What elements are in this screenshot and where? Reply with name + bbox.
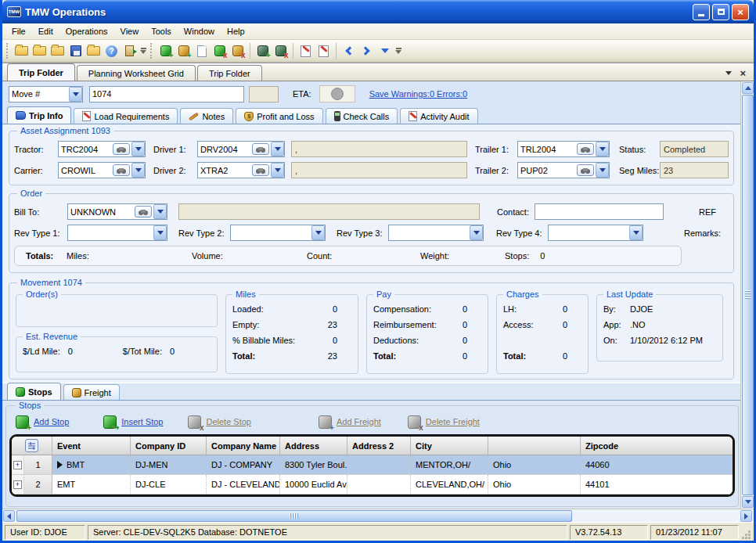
- carrier-lookup-button[interactable]: [113, 164, 130, 176]
- driver1-combo[interactable]: [197, 141, 285, 157]
- move-mode-dropdown-button[interactable]: [69, 87, 82, 102]
- col-header-zipcode[interactable]: Zipcode: [581, 437, 733, 455]
- carrier-combo[interactable]: [58, 162, 146, 178]
- driver2-combo[interactable]: [197, 162, 285, 178]
- col-header-address-2[interactable]: Address 2: [347, 437, 411, 455]
- close-button[interactable]: ×: [732, 4, 749, 20]
- row-expander[interactable]: +: [12, 475, 24, 494]
- rev-type-1-dropdown-button[interactable]: [153, 225, 167, 240]
- carrier-value[interactable]: [59, 166, 113, 175]
- trailer2-lookup-button[interactable]: [577, 164, 594, 176]
- tab-trip-info[interactable]: Trip Info: [7, 106, 71, 124]
- toolbar-overflow-button[interactable]: [139, 42, 148, 60]
- unassign-asset-button[interactable]: x: [272, 42, 290, 60]
- row-expander[interactable]: +: [12, 455, 24, 474]
- tractor-value[interactable]: [59, 145, 113, 154]
- move-number-value[interactable]: [90, 89, 243, 99]
- menu-operations[interactable]: Operations: [59, 25, 114, 38]
- cell-company-name[interactable]: DJ - COMPANY: [207, 455, 280, 474]
- toolbar-overflow-button[interactable]: [394, 42, 403, 60]
- driver1-dropdown-button[interactable]: [271, 142, 284, 156]
- open-trip-button[interactable]: [31, 42, 49, 60]
- insert-stop-link[interactable]: ↪ Insert Stop: [103, 415, 163, 429]
- col-header-company-name[interactable]: Company Name: [207, 437, 280, 455]
- add-stop-link[interactable]: + Add Stop: [16, 415, 69, 429]
- vertical-scrollbar[interactable]: [740, 81, 754, 509]
- cell-company-id[interactable]: DJ-MEN: [131, 455, 207, 474]
- add-document-button[interactable]: [193, 42, 211, 60]
- tab-trip-folder[interactable]: Trip Folder: [7, 63, 75, 81]
- trailer1-dropdown-button[interactable]: [596, 142, 609, 156]
- tractor-dropdown-button[interactable]: [131, 142, 145, 156]
- cell-zipcode[interactable]: 44101: [581, 475, 733, 494]
- cell-zipcode[interactable]: 44060: [581, 455, 733, 474]
- col-header-blank[interactable]: [488, 437, 581, 455]
- minimize-button[interactable]: [693, 4, 710, 20]
- driver2-lookup-button[interactable]: [252, 164, 269, 176]
- trailer2-value[interactable]: [518, 166, 577, 175]
- tab-check-calls[interactable]: Check Calls: [326, 108, 398, 124]
- rev-type-4-select[interactable]: [548, 225, 643, 241]
- scroll-down-button[interactable]: [742, 496, 754, 508]
- new-trip-button[interactable]: [13, 42, 31, 60]
- carrier-dropdown-button[interactable]: [131, 163, 145, 178]
- field-chooser-icon[interactable]: [25, 439, 38, 452]
- driver2-dropdown-button[interactable]: [271, 163, 284, 178]
- grid-row-2[interactable]: + 2 EMT DJ-CLE DJ - CLEVELAND T... 10000…: [12, 475, 733, 494]
- row-number[interactable]: 2: [24, 475, 52, 494]
- delete-freight-toolbar-button[interactable]: x: [229, 42, 247, 60]
- bill-to-dropdown-button[interactable]: [153, 204, 167, 219]
- scroll-up-button[interactable]: [742, 82, 754, 94]
- cell-company-id[interactable]: DJ-CLE: [131, 475, 207, 494]
- rev-type-3-dropdown-button[interactable]: [470, 225, 483, 240]
- tab-activity-audit[interactable]: Activity Audit: [400, 108, 477, 124]
- trailer1-lookup-button[interactable]: [577, 143, 594, 155]
- cell-event[interactable]: EMT: [52, 475, 131, 494]
- rev-type-1-select[interactable]: [67, 225, 167, 241]
- horizontal-scrollbar[interactable]: [2, 509, 754, 522]
- grid-row-1[interactable]: + 1 BMT DJ-MEN DJ - COMPANY 8300 Tyler B…: [12, 455, 733, 475]
- save-button[interactable]: [67, 42, 85, 60]
- tab-list-chevron-icon[interactable]: [725, 71, 732, 75]
- move-mode-value[interactable]: [9, 89, 69, 99]
- cell-state[interactable]: Ohio: [488, 475, 581, 494]
- trailer2-combo[interactable]: [517, 162, 610, 178]
- move-mode-combo[interactable]: [9, 86, 83, 102]
- tractor-lookup-button[interactable]: [113, 143, 130, 155]
- col-header-city[interactable]: City: [411, 437, 488, 455]
- trailer1-value[interactable]: [518, 145, 577, 154]
- tab-stops[interactable]: Stops: [7, 383, 61, 400]
- driver2-value[interactable]: [198, 166, 252, 175]
- back-button[interactable]: [340, 42, 358, 60]
- cell-event[interactable]: BMT: [52, 455, 131, 474]
- edit-add-button[interactable]: [297, 42, 315, 60]
- row-number[interactable]: 1: [24, 455, 52, 474]
- menu-view[interactable]: View: [114, 25, 146, 38]
- rev-type-4-value[interactable]: [549, 228, 629, 238]
- tab-notes[interactable]: Notes: [180, 108, 233, 124]
- publish-button[interactable]: [85, 42, 103, 60]
- tab-load-requirements[interactable]: Load Requirements: [74, 108, 178, 124]
- rev-type-2-value[interactable]: [231, 228, 311, 238]
- close-tab-icon[interactable]: ×: [740, 69, 746, 77]
- delete-stop-toolbar-button[interactable]: x: [211, 42, 229, 60]
- rev-type-3-select[interactable]: [388, 225, 484, 241]
- menu-help[interactable]: Help: [221, 25, 251, 38]
- col-header-company-id[interactable]: Company ID: [131, 437, 207, 455]
- cell-city[interactable]: MENTOR,OH/: [411, 455, 488, 474]
- menu-file[interactable]: File: [5, 25, 32, 38]
- assign-asset-button[interactable]: +: [254, 42, 272, 60]
- tractor-combo[interactable]: [58, 141, 146, 157]
- trailer2-dropdown-button[interactable]: [596, 163, 609, 178]
- tab-trip-folder-2[interactable]: Trip Folder: [197, 65, 262, 81]
- col-header-event[interactable]: Event: [52, 437, 131, 455]
- maximize-button[interactable]: [712, 4, 729, 20]
- driver1-value[interactable]: [198, 145, 252, 154]
- forward-button[interactable]: [358, 42, 376, 60]
- exit-button[interactable]: [121, 42, 139, 60]
- menu-tools[interactable]: Tools: [145, 25, 178, 38]
- add-freight-toolbar-button[interactable]: +: [175, 42, 193, 60]
- rev-type-3-value[interactable]: [389, 228, 470, 238]
- tab-profit-and-loss[interactable]: $Profit and Loss: [236, 108, 322, 124]
- bill-to-value[interactable]: [68, 207, 135, 217]
